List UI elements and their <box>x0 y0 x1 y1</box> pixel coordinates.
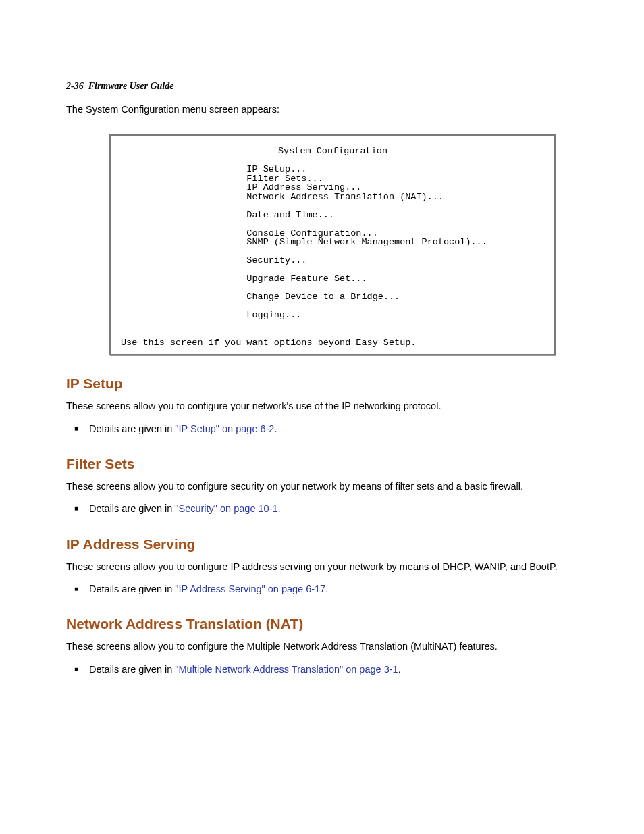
terminal-container: System Configuration IP Setup... Filter … <box>66 134 578 355</box>
bullet-posttext: . <box>398 664 401 675</box>
guide-name: Firmware User Guide <box>88 81 174 91</box>
body-ip-address-serving: These screens allow you to configure IP … <box>66 561 578 574</box>
cross-ref-link[interactable]: "IP Address Serving" on page 6-17 <box>175 583 325 594</box>
heading-filter-sets: Filter Sets <box>66 456 578 472</box>
bullet-list: Details are given in "IP Setup" on page … <box>66 421 578 437</box>
terminal-line: Logging... <box>246 310 301 320</box>
terminal-line: Change Device to a Bridge... <box>246 292 400 302</box>
terminal-screen: System Configuration IP Setup... Filter … <box>109 134 556 355</box>
terminal-line: Upgrade Feature Set... <box>246 273 367 284</box>
bullet-list: Details are given in "Security" on page … <box>66 501 578 517</box>
list-item: Details are given in "IP Address Serving… <box>74 581 578 597</box>
cross-ref-link[interactable]: "IP Setup" on page 6-2 <box>175 423 274 434</box>
heading-ip-address-serving: IP Address Serving <box>66 536 578 552</box>
bullet-posttext: . <box>274 423 277 434</box>
terminal-line: Date and Time... <box>246 210 334 220</box>
terminal-title: System Configuration <box>121 147 545 156</box>
body-ip-setup: These screens allow you to configure you… <box>66 400 578 413</box>
body-nat: These screens allow you to configure the… <box>66 640 578 654</box>
bullet-pretext: Details are given in <box>89 423 175 434</box>
list-item: Details are given in "IP Setup" on page … <box>74 421 578 437</box>
body-filter-sets: These screens allow you to configure sec… <box>66 480 578 494</box>
list-item: Details are given in "Security" on page … <box>74 501 578 517</box>
heading-ip-setup: IP Setup <box>66 375 578 392</box>
list-item: Details are given in "Multiple Network A… <box>74 662 578 677</box>
bullet-posttext: . <box>278 503 281 514</box>
terminal-line: Security... <box>246 255 306 265</box>
cross-ref-link[interactable]: "Security" on page 10-1 <box>175 503 277 514</box>
running-header: 2-36 Firmware User Guide <box>66 81 578 92</box>
page-ref: 2-36 <box>66 81 84 91</box>
document-page: 2-36 Firmware User Guide The System Conf… <box>0 0 644 718</box>
bullet-list: Details are given in "Multiple Network A… <box>66 662 578 677</box>
intro-text: The System Configuration menu screen app… <box>66 104 578 115</box>
bullet-posttext: . <box>325 583 328 594</box>
bullet-pretext: Details are given in <box>89 503 175 514</box>
cross-ref-link[interactable]: "Multiple Network Address Translation" o… <box>175 664 398 675</box>
bullet-list: Details are given in "IP Address Serving… <box>66 581 578 597</box>
terminal-hint: Use this screen if you want options beyo… <box>121 338 545 348</box>
terminal-line: IP Setup... Filter Sets... IP Address Se… <box>121 164 444 202</box>
bullet-pretext: Details are given in <box>89 664 175 675</box>
bullet-pretext: Details are given in <box>89 583 175 594</box>
terminal-line: Console Configuration... SNMP (Simple Ne… <box>121 228 487 248</box>
heading-nat: Network Address Translation (NAT) <box>66 616 578 632</box>
